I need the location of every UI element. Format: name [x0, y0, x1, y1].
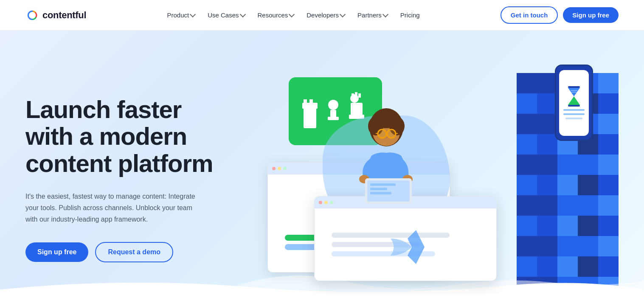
svg-line-29 [396, 133, 398, 134]
chevron-down-icon [239, 11, 245, 17]
svg-point-24 [374, 111, 399, 128]
svg-rect-35 [370, 188, 387, 190]
logo-text: contentful [42, 10, 86, 21]
svg-rect-10 [355, 92, 357, 98]
checker-cell [598, 73, 619, 93]
svg-marker-16 [568, 96, 580, 105]
svg-point-25 [378, 129, 386, 138]
nav-item-product[interactable]: Product [162, 8, 200, 22]
checker-cell [557, 195, 578, 216]
hero-section: Launch faster with a modern content plat… [0, 31, 644, 298]
checker-cell [578, 175, 598, 195]
checker-cell [578, 195, 598, 216]
svg-rect-7 [328, 117, 339, 120]
chevron-down-icon [382, 11, 388, 17]
hero-buttons: Sign up free Request a demo [25, 242, 246, 262]
checker-cell [517, 155, 537, 175]
checker-cell [598, 216, 619, 236]
checker-cell [557, 236, 578, 256]
contentful-logo-icon [25, 8, 39, 22]
checker-cell [517, 216, 537, 236]
hero-title: Launch faster with a modern content plat… [25, 96, 246, 177]
checker-cell [537, 114, 557, 134]
checker-cell [557, 155, 578, 175]
svg-rect-36 [370, 192, 391, 194]
nav-item-pricing[interactable]: Pricing [395, 8, 425, 22]
person-svg [340, 98, 433, 209]
browser-dot-red-2 [319, 201, 322, 204]
nav-actions: Get in touch Sign up free [501, 6, 619, 24]
arrow-illustration [382, 222, 433, 274]
nav-item-use-cases[interactable]: Use Cases [202, 8, 250, 22]
checker-cell [598, 236, 619, 256]
checker-cell [517, 195, 537, 216]
checker-cell [537, 73, 557, 93]
svg-point-26 [387, 129, 396, 138]
checker-cell [537, 175, 557, 195]
svg-rect-17 [568, 105, 580, 107]
browser-dot-yellow [278, 167, 281, 170]
checker-cell [537, 195, 557, 216]
chevron-down-icon [340, 11, 346, 17]
nav-signup-button[interactable]: Sign up free [563, 7, 619, 23]
svg-rect-9 [352, 93, 354, 98]
browser-dot-yellow-2 [324, 201, 328, 204]
hero-content: Launch faster with a modern content plat… [25, 96, 246, 263]
character-illustration [340, 98, 433, 211]
svg-rect-34 [370, 183, 396, 186]
svg-rect-4 [309, 99, 313, 104]
checker-cell [598, 93, 619, 114]
checker-cell [557, 175, 578, 195]
arrow-svg [382, 222, 433, 273]
checker-cell [517, 236, 537, 256]
svg-rect-14 [568, 86, 580, 88]
checker-cell [598, 175, 619, 195]
checker-cell [517, 93, 537, 114]
checker-cell [578, 236, 598, 256]
checker-cell [537, 134, 557, 155]
svg-rect-6 [330, 110, 336, 118]
chevron-down-icon [190, 11, 196, 17]
svg-rect-3 [304, 99, 307, 104]
nav-links: Product Use Cases Resources Developers P… [162, 8, 425, 22]
nav-item-developers[interactable]: Developers [301, 8, 350, 22]
phone-mockup [555, 65, 593, 141]
checker-cell [517, 114, 537, 134]
hero-illustration [263, 56, 619, 298]
hourglass-icon [566, 86, 582, 107]
hero-subtitle: It's the easiest, fastest way to manage … [25, 191, 204, 225]
checker-cell [557, 216, 578, 236]
checker-cell [537, 93, 557, 114]
svg-rect-11 [358, 93, 361, 98]
svg-rect-1 [304, 107, 316, 128]
checker-cell [517, 175, 537, 195]
checker-cell [537, 216, 557, 236]
get-in-touch-button[interactable]: Get in touch [501, 6, 558, 24]
checker-cell [537, 236, 557, 256]
checker-cell [537, 155, 557, 175]
nav-item-partners[interactable]: Partners [352, 8, 393, 22]
chevron-down-icon [289, 11, 295, 17]
browser-dot-green [283, 167, 287, 170]
checker-cell [598, 155, 619, 175]
checker-cell [517, 134, 537, 155]
logo-link[interactable]: contentful [25, 8, 86, 22]
checker-cell [578, 216, 598, 236]
browser-dot-green-2 [330, 201, 333, 204]
hero-demo-button[interactable]: Request a demo [95, 242, 173, 262]
svg-point-5 [328, 100, 338, 110]
checker-cell [598, 134, 619, 155]
browser-dot-red [272, 167, 276, 170]
phone-screen [559, 70, 589, 136]
navigation: contentful Product Use Cases Resources D… [0, 0, 644, 31]
checker-cell [517, 73, 537, 93]
checker-cell [578, 155, 598, 175]
checker-cell [598, 114, 619, 134]
checker-cell [598, 195, 619, 216]
svg-line-28 [376, 133, 378, 134]
nav-item-resources[interactable]: Resources [253, 8, 299, 22]
hero-signup-button[interactable]: Sign up free [25, 242, 88, 262]
